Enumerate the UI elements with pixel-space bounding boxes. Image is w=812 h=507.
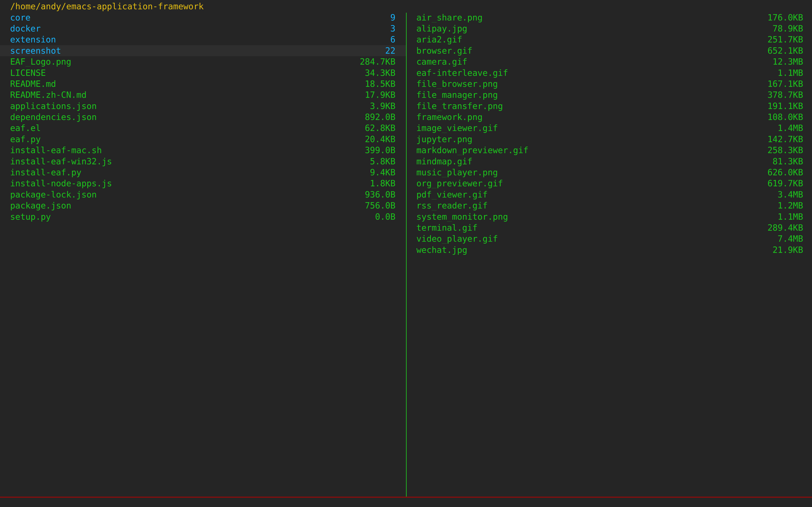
file-name: mindmap.gif bbox=[416, 157, 472, 166]
file-row[interactable]: setup.py 0.0B bbox=[0, 211, 406, 222]
file-name: jupyter.png bbox=[416, 134, 472, 144]
file-row[interactable]: air_share.png 176.0KB bbox=[407, 12, 812, 23]
file-name: package-lock.json bbox=[10, 190, 97, 200]
file-row[interactable]: extension 6 bbox=[0, 34, 406, 45]
file-size: 5.8KB bbox=[370, 157, 395, 166]
file-row[interactable]: package.json 756.0B bbox=[0, 200, 406, 211]
file-name: screenshot bbox=[10, 46, 61, 56]
file-size: 284.7KB bbox=[360, 57, 395, 66]
file-name: file_manager.png bbox=[416, 90, 498, 100]
file-name: framework.png bbox=[416, 112, 483, 122]
file-row[interactable]: camera.gif 12.3MB bbox=[407, 56, 812, 67]
file-size: 626.0KB bbox=[767, 168, 803, 177]
file-row[interactable]: eaf.py 20.4KB bbox=[0, 134, 406, 145]
file-name: package.json bbox=[10, 201, 71, 210]
file-size: 3.4MB bbox=[778, 190, 803, 200]
right-panel: air_share.png 176.0KB alipay.jpg 78.9KB … bbox=[407, 0, 812, 497]
file-row[interactable]: install-node-apps.js 1.8KB bbox=[0, 178, 406, 189]
file-name: eaf.el bbox=[10, 123, 41, 133]
file-size: 9 bbox=[390, 13, 395, 22]
file-row[interactable]: framework.png 108.0KB bbox=[407, 112, 812, 122]
file-row[interactable]: eaf.el 62.8KB bbox=[0, 122, 406, 133]
file-name: install-eaf-win32.js bbox=[10, 157, 112, 166]
file-name: markdown_previewer.gif bbox=[416, 145, 528, 155]
file-row[interactable]: system_monitor.png 1.1MB bbox=[407, 211, 812, 222]
file-name: applications.json bbox=[10, 101, 97, 111]
file-name: install-node-apps.js bbox=[10, 178, 112, 188]
file-size: 258.3KB bbox=[767, 145, 803, 155]
file-name: setup.py bbox=[10, 212, 51, 222]
file-name: eaf.py bbox=[10, 134, 41, 144]
file-row[interactable]: music_player.png 626.0KB bbox=[407, 167, 812, 178]
file-name: file_browser.png bbox=[416, 79, 498, 89]
file-size: 1.1MB bbox=[778, 212, 803, 222]
file-name: LICENSE bbox=[10, 68, 46, 78]
file-row[interactable]: video_player.gif 7.4MB bbox=[407, 233, 812, 244]
file-row[interactable]: jupyter.png 142.7KB bbox=[407, 134, 812, 145]
file-row[interactable]: applications.json 3.9KB bbox=[0, 101, 406, 112]
file-row[interactable]: install-eaf.py 9.4KB bbox=[0, 167, 406, 178]
file-name: EAF_Logo.png bbox=[10, 57, 71, 66]
file-name: docker bbox=[10, 24, 41, 34]
file-size: 251.7KB bbox=[767, 35, 803, 44]
file-row[interactable]: package-lock.json 936.0B bbox=[0, 189, 406, 200]
file-size: 21.9KB bbox=[773, 245, 803, 255]
file-row[interactable]: rss_reader.gif 1.2MB bbox=[407, 200, 812, 211]
file-name: install-eaf-mac.sh bbox=[10, 145, 102, 155]
file-name: README.zh-CN.md bbox=[10, 90, 87, 100]
file-row[interactable]: alipay.jpg 78.9KB bbox=[407, 23, 812, 34]
file-row[interactable]: file_browser.png 167.1KB bbox=[407, 78, 812, 89]
file-row[interactable]: browser.gif 652.1KB bbox=[407, 45, 812, 56]
file-size: 167.1KB bbox=[767, 79, 803, 89]
file-row[interactable]: screenshot 22 bbox=[0, 45, 406, 56]
file-name: dependencies.json bbox=[10, 112, 97, 122]
file-size: 22 bbox=[385, 46, 395, 56]
file-name: video_player.gif bbox=[416, 234, 498, 243]
file-name: pdf_viewer.gif bbox=[416, 190, 488, 200]
file-manager-main: /home/andy/emacs-application-framework c… bbox=[0, 0, 812, 497]
file-row[interactable]: org_previewer.gif 619.7KB bbox=[407, 178, 812, 189]
file-size: 399.0B bbox=[365, 145, 396, 155]
file-row[interactable]: file_manager.png 378.7KB bbox=[407, 89, 812, 100]
file-size: 1.2MB bbox=[778, 201, 803, 210]
current-path-row: /home/andy/emacs-application-framework bbox=[0, 1, 406, 12]
file-row[interactable]: eaf-interleave.gif 1.1MB bbox=[407, 67, 812, 78]
file-row[interactable]: install-eaf-win32.js 5.8KB bbox=[0, 156, 406, 167]
file-size: 9.4KB bbox=[370, 168, 395, 177]
file-row[interactable]: aria2.gif 251.7KB bbox=[407, 34, 812, 45]
file-row[interactable]: terminal.gif 289.4KB bbox=[407, 222, 812, 233]
file-row[interactable]: mindmap.gif 81.3KB bbox=[407, 156, 812, 167]
file-name: file_transfer.png bbox=[416, 101, 503, 111]
file-row[interactable]: install-eaf-mac.sh 399.0B bbox=[0, 145, 406, 156]
file-manager-window: /home/andy/emacs-application-framework c… bbox=[0, 0, 812, 507]
file-row[interactable]: docker 3 bbox=[0, 23, 406, 34]
file-name: org_previewer.gif bbox=[416, 178, 503, 188]
file-size: 18.5KB bbox=[365, 79, 396, 89]
file-row[interactable]: file_transfer.png 191.1KB bbox=[407, 101, 812, 112]
file-size: 936.0B bbox=[365, 190, 396, 200]
file-row[interactable]: LICENSE 34.3KB bbox=[0, 67, 406, 78]
file-row[interactable]: markdown_previewer.gif 258.3KB bbox=[407, 145, 812, 156]
file-size: 1.8KB bbox=[370, 178, 395, 188]
file-size: 142.7KB bbox=[767, 134, 803, 144]
file-size: 756.0B bbox=[365, 201, 396, 210]
modeline bbox=[0, 498, 812, 507]
file-row[interactable]: README.zh-CN.md 17.9KB bbox=[0, 89, 406, 100]
file-size: 3.9KB bbox=[370, 101, 395, 111]
file-row[interactable]: core 9 bbox=[0, 12, 406, 23]
file-size: 619.7KB bbox=[767, 178, 803, 188]
file-row[interactable]: pdf_viewer.gif 3.4MB bbox=[407, 189, 812, 200]
file-row[interactable]: wechat.jpg 21.9KB bbox=[407, 244, 812, 256]
file-size: 1.1MB bbox=[778, 68, 803, 78]
file-name: README.md bbox=[10, 79, 56, 89]
file-row[interactable]: README.md 18.5KB bbox=[0, 78, 406, 89]
file-row[interactable]: image_viewer.gif 1.4MB bbox=[407, 122, 812, 133]
file-name: aria2.gif bbox=[416, 35, 462, 44]
file-size: 3 bbox=[390, 24, 395, 34]
file-size: 17.9KB bbox=[365, 90, 396, 100]
file-size: 62.8KB bbox=[365, 123, 396, 133]
file-size: 78.9KB bbox=[773, 24, 803, 34]
file-row[interactable]: dependencies.json 892.0B bbox=[0, 112, 406, 122]
file-row[interactable]: EAF_Logo.png 284.7KB bbox=[0, 56, 406, 67]
file-size: 652.1KB bbox=[767, 46, 803, 56]
